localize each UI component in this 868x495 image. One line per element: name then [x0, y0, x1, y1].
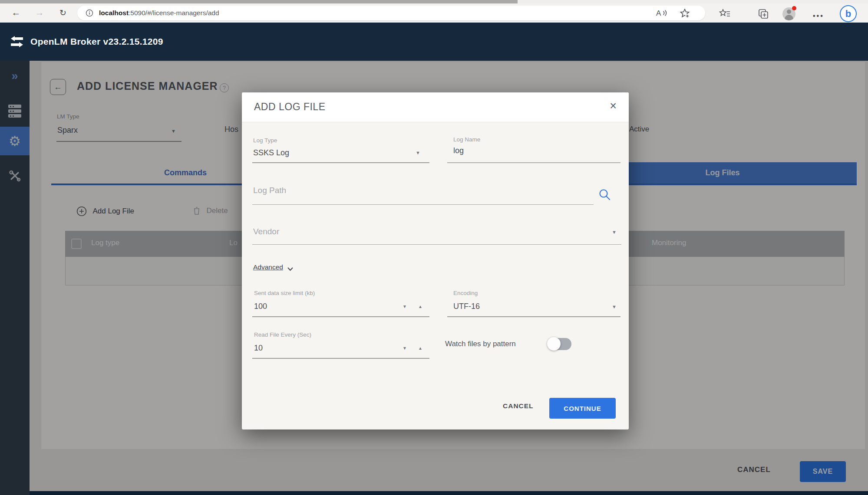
back-icon[interactable]: ← — [10, 6, 23, 19]
watch-pattern-label: Watch files by pattern — [445, 340, 516, 348]
read-aloud-icon[interactable]: A — [656, 8, 668, 20]
watch-pattern-toggle[interactable] — [548, 338, 571, 350]
bing-chat-icon[interactable]: b — [840, 5, 857, 22]
url-host: localhost — [99, 9, 129, 17]
log-name-underline — [447, 162, 620, 163]
sent-limit-value[interactable]: 100 — [254, 302, 267, 311]
sent-limit-label: Sent data size limit (kb) — [254, 290, 315, 296]
add-log-file-modal: ADD LOG FILE × Log Type SSKS Log ▼ Log N… — [242, 92, 629, 429]
modal-title: ADD LOG FILE — [254, 101, 325, 113]
log-type-dropdown-icon[interactable]: ▼ — [416, 150, 420, 155]
chevron-down-icon[interactable] — [287, 265, 294, 273]
vendor-select[interactable]: Vendor — [253, 227, 279, 236]
app-header: OpenLM Broker v23.2.15.1209 — [0, 23, 868, 61]
log-name-label: Log Name — [453, 136, 480, 143]
site-info-icon[interactable] — [85, 9, 94, 17]
favorites-bar-icon[interactable] — [719, 8, 731, 21]
encoding-dropdown-icon[interactable]: ▼ — [612, 304, 617, 309]
log-path-input[interactable]: Log Path — [253, 186, 286, 195]
profile-notification-dot — [792, 6, 796, 10]
add-favorite-icon[interactable] — [679, 8, 690, 21]
read-every-label: Read File Every (Sec) — [254, 331, 311, 338]
openlm-logo-icon — [10, 36, 24, 48]
vendor-dropdown-icon[interactable]: ▼ — [612, 229, 617, 235]
read-every-value[interactable]: 10 — [254, 344, 263, 353]
toggle-knob — [547, 337, 561, 351]
read-every-decrement-icon[interactable]: ▼ — [403, 346, 407, 351]
encoding-underline — [447, 316, 620, 317]
collections-icon[interactable] — [758, 8, 769, 21]
search-icon[interactable] — [598, 188, 611, 203]
encoding-label: Encoding — [453, 290, 478, 296]
encoding-select[interactable]: UTF-16 — [453, 302, 480, 311]
log-name-input[interactable] — [453, 146, 618, 155]
screen: ← → ↻ localhost:5090/#/license-managers/… — [0, 0, 868, 495]
sent-limit-decrement-icon[interactable]: ▼ — [403, 304, 407, 309]
forward-icon: → — [33, 6, 46, 19]
app-title: OpenLM Broker v23.2.15.1209 — [30, 36, 163, 47]
read-every-underline — [252, 358, 429, 359]
modal-cancel-button[interactable]: CANCEL — [500, 402, 536, 410]
log-type-underline — [252, 162, 429, 163]
sent-limit-underline — [252, 316, 429, 317]
url-path: :5090/#/license-managers/add — [129, 9, 219, 17]
browser-menu-icon[interactable]: ••• — [813, 12, 824, 20]
vendor-underline — [252, 244, 621, 245]
refresh-icon[interactable]: ↻ — [56, 6, 69, 19]
window-tabstrip — [0, 0, 518, 3]
read-every-increment-icon[interactable]: ▲ — [418, 346, 422, 351]
modal-header: ADD LOG FILE × — [242, 92, 629, 122]
browser-toolbar: ← → ↻ localhost:5090/#/license-managers/… — [0, 3, 868, 23]
log-type-select[interactable]: SSKS Log — [253, 148, 289, 157]
modal-continue-button[interactable]: CONTINUE — [549, 398, 616, 419]
window-tabstrip-right — [518, 0, 868, 3]
log-type-label: Log Type — [253, 137, 277, 144]
sent-limit-increment-icon[interactable]: ▲ — [418, 304, 422, 309]
advanced-toggle[interactable]: Advanced — [253, 263, 283, 271]
close-icon[interactable]: × — [610, 99, 617, 113]
log-path-underline — [252, 204, 594, 205]
svg-text:A: A — [656, 9, 661, 17]
address-bar[interactable]: localhost:5090/#/license-managers/add A — [77, 6, 705, 20]
